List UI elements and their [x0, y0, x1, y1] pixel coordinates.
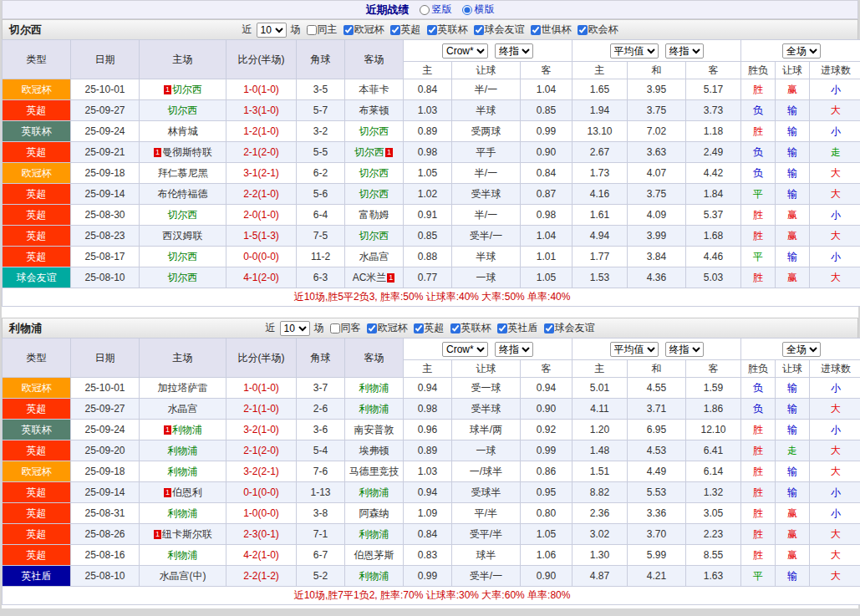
competition-checkbox[interactable]: 球会友谊: [544, 321, 595, 335]
competition-checkbox-input[interactable]: [474, 25, 484, 35]
competition-checkbox-input[interactable]: [544, 323, 554, 333]
score-cell[interactable]: 4-2(1-0): [226, 545, 297, 566]
home-team-cell[interactable]: 水晶宫: [140, 399, 226, 420]
home-team-cell[interactable]: 1切尔西: [140, 79, 226, 100]
odds-view-select[interactable]: 全场: [782, 342, 821, 357]
away-team-cell[interactable]: 阿森纳: [345, 503, 404, 524]
competition-checkbox[interactable]: 欧会杯: [578, 23, 618, 37]
competition-checkbox-input[interactable]: [578, 25, 588, 35]
same-venue-checkbox-input[interactable]: [307, 25, 317, 35]
team-link[interactable]: 加拉塔萨雷: [158, 382, 208, 394]
home-team-cell[interactable]: 西汉姆联: [140, 226, 226, 247]
odds-view-select[interactable]: 全场: [782, 43, 821, 59]
team-link[interactable]: 水晶宫: [168, 403, 198, 415]
score-cell[interactable]: 1-0(1-0): [226, 79, 297, 100]
team-link[interactable]: 西汉姆联: [163, 230, 203, 242]
team-link[interactable]: 布莱顿: [359, 104, 389, 116]
away-team-cell[interactable]: AC米兰1: [345, 267, 404, 288]
odds-view-select[interactable]: 终指: [495, 43, 533, 59]
score-cell[interactable]: 2-0(1-0): [226, 205, 297, 226]
team-link[interactable]: 阿森纳: [359, 507, 389, 519]
away-team-cell[interactable]: 利物浦: [345, 378, 404, 399]
team-link[interactable]: 利物浦: [359, 486, 389, 498]
odds-view-select[interactable]: 平均值: [610, 43, 659, 59]
away-team-cell[interactable]: 切尔西: [345, 121, 404, 142]
team-link[interactable]: 切尔西: [359, 230, 389, 242]
horizontal-radio-input[interactable]: [462, 5, 472, 15]
home-team-cell[interactable]: 1纽卡斯尔联: [140, 524, 226, 545]
score-cell[interactable]: 2-1(2-0): [226, 440, 297, 461]
away-team-cell[interactable]: 伯恩茅斯: [345, 545, 404, 566]
team-link[interactable]: 林肯城: [168, 125, 198, 137]
team-link[interactable]: AC米兰: [353, 272, 387, 283]
competition-checkbox[interactable]: 英社盾: [497, 321, 538, 335]
team-link[interactable]: 水晶宫: [359, 251, 389, 262]
score-cell[interactable]: 2-2(1-2): [226, 566, 297, 587]
score-cell[interactable]: 0-0(0-0): [226, 247, 297, 267]
layout-radio-vertical[interactable]: 竖版: [420, 3, 452, 17]
home-team-cell[interactable]: 拜仁慕尼黑: [140, 163, 226, 184]
score-cell[interactable]: 1-3(1-0): [226, 100, 297, 121]
home-team-cell[interactable]: 利物浦: [140, 545, 226, 566]
same-venue-checkbox[interactable]: 同主: [307, 23, 338, 37]
team-link[interactable]: 拜仁慕尼黑: [158, 167, 208, 179]
home-team-cell[interactable]: 1曼彻斯特联: [140, 142, 226, 163]
team-link[interactable]: 南安普敦: [354, 424, 394, 435]
home-team-cell[interactable]: 切尔西: [140, 205, 226, 226]
team-link[interactable]: 富勒姆: [359, 209, 389, 221]
home-team-cell[interactable]: 切尔西: [140, 267, 226, 288]
team-link[interactable]: 切尔西: [168, 209, 198, 221]
match-count-select[interactable]: 10: [257, 23, 287, 38]
team-link[interactable]: 利物浦: [359, 528, 389, 540]
team-link[interactable]: 伯恩茅斯: [354, 549, 394, 561]
competition-checkbox-input[interactable]: [343, 25, 354, 35]
same-venue-checkbox-input[interactable]: [330, 323, 340, 333]
team-link[interactable]: 伯恩利: [172, 486, 202, 498]
away-team-cell[interactable]: 切尔西: [345, 184, 404, 205]
score-cell[interactable]: 4-1(2-0): [226, 267, 297, 288]
away-team-cell[interactable]: 埃弗顿: [345, 440, 404, 461]
team-link[interactable]: 利物浦: [359, 570, 389, 582]
competition-checkbox[interactable]: 英联杯: [450, 321, 491, 335]
home-team-cell[interactable]: 切尔西: [140, 247, 226, 267]
competition-checkbox[interactable]: 英超: [390, 23, 421, 37]
team-link[interactable]: 利物浦: [168, 507, 198, 519]
away-team-cell[interactable]: 本菲卡: [345, 79, 404, 100]
home-team-cell[interactable]: 水晶宫(中): [140, 566, 226, 587]
score-cell[interactable]: 3-2(1-0): [226, 420, 297, 440]
home-team-cell[interactable]: 利物浦: [140, 461, 226, 482]
team-link[interactable]: 切尔西: [168, 104, 198, 116]
competition-checkbox-input[interactable]: [390, 25, 400, 35]
away-team-cell[interactable]: 布莱顿: [345, 100, 404, 121]
home-team-cell[interactable]: 1伯恩利: [140, 482, 226, 503]
score-cell[interactable]: 1-5(1-3): [226, 226, 297, 247]
competition-checkbox-input[interactable]: [414, 323, 424, 333]
team-link[interactable]: 曼彻斯特联: [162, 146, 212, 158]
score-cell[interactable]: 3-2(2-1): [226, 461, 297, 482]
competition-checkbox[interactable]: 世俱杯: [531, 23, 572, 37]
home-team-cell[interactable]: 利物浦: [140, 503, 226, 524]
score-cell[interactable]: 1-2(1-0): [226, 121, 297, 142]
odds-view-select[interactable]: 终指: [665, 342, 704, 357]
team-link[interactable]: 水晶宫(中): [160, 570, 206, 582]
odds-view-select[interactable]: 终指: [665, 43, 704, 59]
competition-checkbox[interactable]: 英联杯: [427, 23, 468, 37]
competition-checkbox-input[interactable]: [497, 323, 507, 333]
team-link[interactable]: 马德里竞技: [349, 466, 399, 477]
home-team-cell[interactable]: 林肯城: [140, 121, 226, 142]
team-link[interactable]: 本菲卡: [359, 84, 389, 95]
score-cell[interactable]: 3-1(2-1): [226, 163, 297, 184]
team-link[interactable]: 利物浦: [168, 549, 198, 561]
score-cell[interactable]: 2-2(1-0): [226, 184, 297, 205]
team-link[interactable]: 利物浦: [359, 382, 389, 394]
score-cell[interactable]: 1-0(1-0): [226, 378, 297, 399]
team-link[interactable]: 布伦特福德: [158, 188, 208, 200]
away-team-cell[interactable]: 切尔西1: [345, 142, 404, 163]
team-link[interactable]: 切尔西: [354, 146, 384, 158]
team-link[interactable]: 切尔西: [359, 188, 389, 200]
competition-checkbox-input[interactable]: [531, 25, 541, 35]
competition-checkbox[interactable]: 欧冠杯: [367, 321, 408, 335]
home-team-cell[interactable]: 加拉塔萨雷: [140, 378, 226, 399]
team-link[interactable]: 利物浦: [359, 403, 389, 415]
team-link[interactable]: 切尔西: [168, 251, 198, 262]
